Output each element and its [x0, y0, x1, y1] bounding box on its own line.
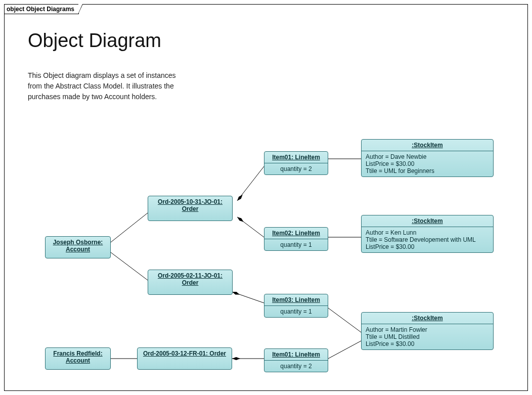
svg-line-3 — [237, 166, 264, 201]
object-header: :StockItem — [362, 140, 493, 151]
object-lineitem-3[interactable]: Item03: LineItem quantity = 1 — [264, 294, 328, 318]
diagram-canvas: Joseph Osborne: Account Francis Redfield… — [5, 5, 527, 390]
object-account-francis[interactable]: Francis Redfield: Account — [45, 347, 111, 370]
svg-line-14 — [328, 341, 361, 359]
object-attribute: ListPrice = $30.00 — [366, 160, 489, 167]
object-attribute: quantity = 2 — [264, 361, 328, 372]
object-order-1[interactable]: Ord-2005-10-31-JO-01: Order — [148, 196, 233, 221]
svg-marker-4 — [236, 194, 244, 202]
svg-line-13 — [328, 308, 361, 332]
object-attribute: quantity = 2 — [264, 163, 328, 174]
diagram-frame: object Object Diagrams Object Diagram Th… — [4, 4, 528, 391]
object-header: Ord-2005-10-31-JO-01: Order — [148, 196, 232, 214]
object-order-3[interactable]: Ord-2005-03-12-FR-01: Order — [137, 347, 232, 370]
svg-line-5 — [237, 217, 264, 237]
object-stockitem-1[interactable]: :StockItem Author = Dave Newbie ListPric… — [361, 139, 494, 177]
object-order-2[interactable]: Ord-2005-02-11-JO-01: Order — [148, 270, 233, 295]
object-header: :StockItem — [362, 313, 493, 324]
object-attribute: Author = Dave Newbie — [366, 153, 489, 160]
svg-marker-6 — [236, 216, 244, 223]
object-header: :StockItem — [362, 215, 493, 227]
svg-line-1 — [111, 252, 148, 280]
object-attribute: Ttile = UML for Beginners — [366, 167, 489, 174]
object-header: Ord-2005-02-11-JO-01: Order — [148, 270, 232, 288]
object-header: Item02: LineItem — [264, 228, 328, 239]
object-header: Joseph Osborne: Account — [46, 237, 110, 255]
object-lineitem-2[interactable]: Item02: LineItem quantity = 1 — [264, 227, 328, 251]
object-attribute: quantity = 1 — [264, 306, 328, 317]
object-attribute: Author = Martin Fowler — [366, 326, 489, 333]
object-lineitem-1[interactable]: Item01: LineItem quantity = 2 — [264, 151, 328, 175]
svg-line-0 — [111, 213, 148, 242]
object-attribute: Ttile = UML Distilled — [366, 333, 489, 340]
object-header: Item01: LineItem — [264, 152, 328, 163]
object-header: Francis Redfield: Account — [46, 348, 110, 366]
object-attribute: quantity = 1 — [264, 239, 328, 250]
object-lineitem-4[interactable]: Item01: LineItem quantity = 2 — [264, 348, 328, 372]
object-stockitem-2[interactable]: :StockItem Author = Ken Lunn Ttile = Sof… — [361, 215, 494, 253]
object-attributes: Author = Martin Fowler Ttile = UML Disti… — [362, 324, 493, 349]
object-attribute: Ttile = Software Developement with UML — [366, 236, 489, 243]
svg-marker-8 — [232, 290, 240, 296]
object-attribute: ListPrice = $30.00 — [366, 243, 489, 250]
object-attribute: Author = Ken Lunn — [366, 229, 489, 236]
svg-line-7 — [232, 292, 264, 303]
object-header: Ord-2005-03-12-FR-01: Order — [138, 348, 232, 359]
object-stockitem-3[interactable]: :StockItem Author = Martin Fowler Ttile … — [361, 312, 494, 350]
svg-marker-10 — [232, 357, 240, 360]
object-attribute: ListPrice = $30.00 — [366, 340, 489, 347]
object-attributes: Author = Dave Newbie ListPrice = $30.00 … — [362, 151, 493, 177]
object-header: Item01: LineItem — [264, 349, 328, 361]
object-header: Item03: LineItem — [264, 294, 328, 306]
object-attributes: Author = Ken Lunn Ttile = Software Devel… — [362, 227, 493, 252]
object-account-joseph[interactable]: Joseph Osborne: Account — [45, 236, 111, 258]
